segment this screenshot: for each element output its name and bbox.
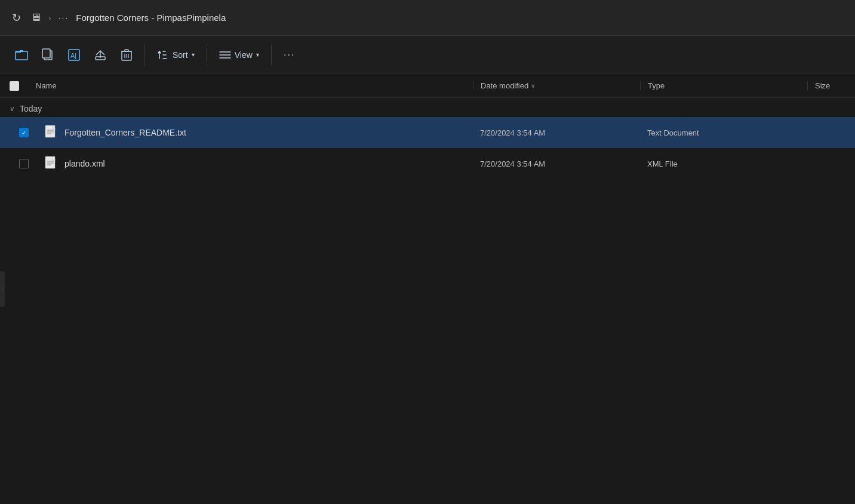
share-button[interactable]: [88, 43, 112, 67]
view-chevron: ▾: [256, 51, 259, 58]
file-icon-plando: [41, 156, 62, 171]
copy-button[interactable]: [36, 43, 60, 67]
column-headers: Name Date modified ∨ Type Size: [0, 74, 855, 98]
select-all-checkbox-col[interactable]: [10, 81, 31, 91]
unchecked-checkbox-plando: [19, 159, 29, 168]
svg-rect-9: [125, 50, 128, 51]
svg-rect-7: [96, 57, 105, 60]
group-today[interactable]: ∨ Today: [0, 98, 855, 117]
view-button[interactable]: View ▾: [213, 43, 265, 67]
checked-checkbox-readme: ✓: [19, 128, 29, 137]
column-size[interactable]: Size: [807, 81, 855, 90]
rename-button[interactable]: A|: [62, 43, 86, 67]
delete-icon: [121, 48, 133, 62]
svg-rect-14: [45, 156, 55, 168]
file-date-readme: 7/20/2024 3:54 AM: [473, 128, 640, 137]
main-content: ‹ Name Date modified ∨ Type Size ∨ Today…: [0, 74, 855, 503]
share-icon: [94, 48, 107, 62]
breadcrumb-title: Forgotten Corners - PimpasPimpinela: [76, 13, 845, 23]
file-icon-readme: [41, 125, 62, 140]
file-row-readme[interactable]: ✓ Forgotten_Corners_README.txt 7/20/2024…: [0, 117, 855, 148]
sort-chevron: ▾: [192, 51, 195, 58]
svg-rect-1: [16, 51, 27, 60]
delete-button[interactable]: [115, 43, 139, 67]
column-size-label: Size: [815, 81, 830, 90]
breadcrumb-chevron: ›: [48, 13, 51, 23]
column-date[interactable]: Date modified ∨: [473, 81, 640, 90]
breadcrumb-ellipsis[interactable]: ···: [59, 13, 69, 23]
more-options-icon: ···: [284, 50, 295, 60]
svg-rect-4: [42, 49, 50, 58]
file-name-plando: plando.xml: [62, 159, 473, 168]
file-checkbox-readme[interactable]: ✓: [19, 128, 41, 137]
view-label: View: [235, 50, 253, 60]
column-type-label: Type: [648, 81, 665, 90]
copy-icon: [42, 48, 54, 62]
select-all-checkbox[interactable]: [10, 81, 19, 91]
rename-icon: A|: [67, 48, 81, 62]
group-today-label: Today: [20, 104, 42, 113]
svg-rect-10: [45, 125, 55, 137]
svg-rect-2: [20, 50, 23, 52]
file-name-readme: Forgotten_Corners_README.txt: [62, 128, 473, 137]
file-type-readme: Text Document: [640, 128, 807, 137]
group-chevron-today: ∨: [10, 105, 15, 113]
file-date-plando: 7/20/2024 3:54 AM: [473, 159, 640, 168]
new-folder-icon: [15, 48, 28, 62]
new-folder-button[interactable]: [10, 43, 33, 67]
file-type-plando: XML File: [640, 159, 807, 168]
date-sort-indicator: ∨: [531, 82, 535, 89]
file-checkbox-plando[interactable]: [19, 159, 41, 168]
sort-button[interactable]: Sort ▾: [151, 43, 201, 67]
side-panel-handle[interactable]: ‹: [0, 271, 5, 307]
toolbar: A| Sort ▾ View ▾: [0, 36, 855, 74]
toolbar-divider-3: [271, 44, 272, 66]
address-bar: ↻ 🖥 › ··· Forgotten Corners - PimpasPimp…: [0, 0, 855, 36]
refresh-button[interactable]: ↻: [10, 9, 23, 27]
more-options-button[interactable]: ···: [278, 43, 302, 67]
column-name-label: Name: [36, 81, 57, 90]
sort-label: Sort: [173, 50, 188, 60]
sort-icon: [157, 50, 169, 60]
column-type[interactable]: Type: [640, 81, 807, 90]
column-date-label: Date modified: [481, 81, 528, 90]
column-name[interactable]: Name: [31, 81, 473, 90]
svg-text:A|: A|: [70, 52, 76, 59]
computer-icon: 🖥: [30, 11, 41, 24]
toolbar-divider-2: [207, 44, 207, 66]
view-icon: [219, 50, 231, 60]
file-row-plando[interactable]: plando.xml 7/20/2024 3:54 AM XML File: [0, 148, 855, 179]
toolbar-divider-1: [144, 44, 145, 66]
